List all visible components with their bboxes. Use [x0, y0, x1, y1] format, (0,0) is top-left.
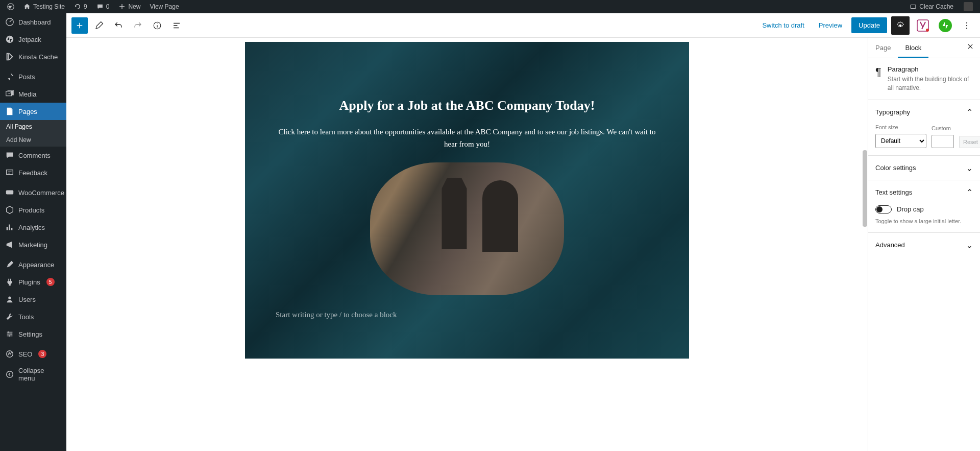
new-content-link[interactable]: New: [114, 0, 144, 13]
svg-rect-1: [911, 5, 916, 9]
account-menu[interactable]: [960, 0, 977, 13]
comment-icon: [96, 3, 104, 10]
view-page-link[interactable]: View Page: [145, 0, 183, 13]
clear-cache-label: Clear Cache: [919, 3, 953, 10]
view-page-label: View Page: [150, 3, 179, 10]
updates-count: 9: [84, 3, 87, 10]
updates-link[interactable]: 9: [70, 0, 91, 13]
new-label: New: [128, 3, 140, 10]
admin-bar: Testing Site 9 0 New View Page Clear Cac…: [0, 0, 980, 13]
comments-link[interactable]: 0: [92, 0, 114, 13]
cache-icon: [910, 3, 917, 10]
home-icon: [23, 3, 31, 10]
comments-count: 0: [106, 3, 110, 10]
updates-icon: [74, 3, 81, 10]
clear-cache-link[interactable]: Clear Cache: [905, 0, 958, 13]
wp-logo-menu[interactable]: [3, 0, 18, 13]
plus-icon: [118, 3, 126, 10]
site-name-link[interactable]: Testing Site: [19, 0, 69, 13]
site-name-text: Testing Site: [33, 3, 65, 10]
avatar-icon: [964, 2, 973, 11]
wordpress-icon: [7, 3, 14, 10]
